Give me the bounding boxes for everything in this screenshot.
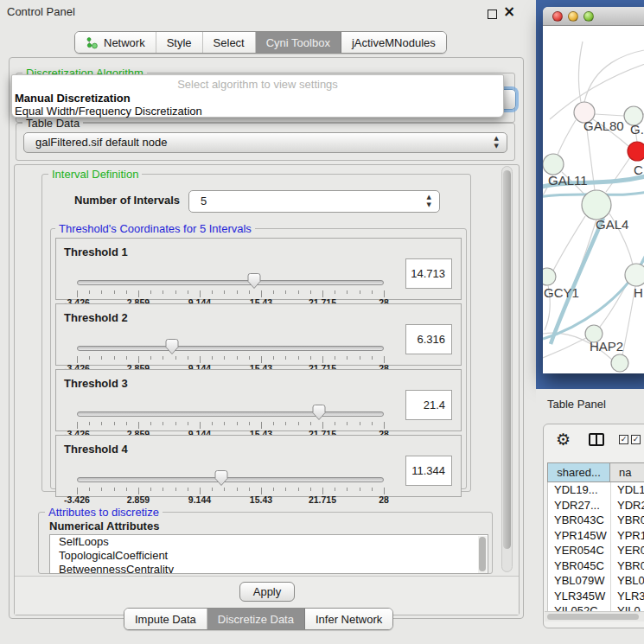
list-scrollbar-thumb[interactable]: [479, 537, 486, 571]
threshold-value-field[interactable]: 21.4: [405, 390, 452, 420]
table-row[interactable]: YDR27...YDR2: [548, 498, 644, 513]
tab-select[interactable]: Select: [203, 32, 256, 53]
cell-shared-name[interactable]: YPR145W: [548, 528, 611, 544]
gear-icon[interactable]: ⚙: [556, 430, 571, 448]
cell-shared-name[interactable]: YIL052C: [548, 603, 611, 611]
slider-thumb[interactable]: [246, 272, 262, 290]
tab-label: Network: [104, 36, 145, 49]
table-row[interactable]: YDL19...YDL1: [548, 482, 644, 498]
combo-stepper-icon[interactable]: ▲▼: [494, 135, 499, 150]
slider-tick: [261, 356, 262, 363]
slider-tick: [114, 422, 115, 425]
threshold-value-field[interactable]: 14.713: [405, 258, 452, 289]
column-header-name[interactable]: na: [610, 462, 644, 482]
cell-name[interactable]: YBR0: [611, 513, 644, 528]
close-traffic-light-icon[interactable]: [552, 11, 563, 22]
number-of-intervals-spinner[interactable]: 5 ▲▼: [188, 190, 440, 213]
tab-jactivemnodules[interactable]: jActiveMNodules: [341, 32, 446, 53]
network-edge: [578, 41, 583, 102]
cell-name[interactable]: YIL0: [611, 603, 641, 611]
cell-shared-name[interactable]: YBR045C: [548, 558, 611, 574]
network-node-c[interactable]: [628, 142, 644, 161]
cell-name[interactable]: YLR3: [611, 589, 644, 604]
tab-cyni-toolbox[interactable]: Cyni Toolbox: [256, 32, 341, 53]
slider-tick: [237, 290, 238, 294]
slider-tick: [322, 290, 323, 297]
threshold-label: Threshold 1: [64, 245, 128, 258]
table-row[interactable]: YBL079WYBL0: [548, 573, 644, 589]
horizontal-scrollbar-thumb[interactable]: [547, 614, 639, 620]
slider-tick: [261, 422, 262, 429]
slider-tick: [273, 422, 274, 425]
scrollbar-thumb[interactable]: [503, 170, 511, 549]
thresholds-group-title: Threshold's Coordinates for 5 Intervals: [55, 222, 255, 235]
dropdown-item-manual-discretization[interactable]: Manual Discretization: [15, 92, 131, 105]
slider-thumb[interactable]: [311, 404, 327, 421]
list-item-betweennesscentrality[interactable]: BetweennessCentrality: [50, 563, 488, 574]
list-item-topologicalcoefficient[interactable]: TopologicalCoefficient: [50, 549, 488, 563]
slider-track[interactable]: [77, 346, 384, 351]
tab-infer-network[interactable]: Infer Network: [305, 609, 392, 629]
close-icon[interactable]: ×: [503, 3, 515, 20]
cell-name[interactable]: YDL1: [611, 482, 644, 498]
cell-shared-name[interactable]: YBL079W: [548, 573, 611, 589]
slider-tick: [335, 488, 335, 491]
cell-name[interactable]: YBR0: [611, 558, 644, 574]
slider-tick-label: 28: [379, 494, 389, 505]
network-node-h[interactable]: [625, 264, 644, 286]
table-row[interactable]: YBR043CYBR0: [548, 513, 644, 528]
cell-name[interactable]: YBL0: [611, 573, 644, 589]
columns-icon[interactable]: [589, 433, 604, 446]
table-row[interactable]: YBR045CYBR0: [548, 558, 644, 574]
slider-track[interactable]: [77, 477, 384, 482]
table-row[interactable]: YLR345WYLR3: [548, 589, 644, 604]
threshold-panel-4: Threshold 4-3.4262.8599.14415.4321.71528…: [55, 435, 462, 497]
cell-shared-name[interactable]: YLR345W: [548, 589, 611, 604]
dropdown-item-equal-width-frequency[interactable]: Equal Width/Frequency Discretization: [15, 105, 202, 118]
zoom-traffic-light-icon[interactable]: [583, 11, 594, 22]
tab-impute-data[interactable]: Impute Data: [124, 609, 207, 629]
cell-name[interactable]: YER0: [611, 543, 644, 558]
tab-discretize-data[interactable]: Discretize Data: [207, 609, 305, 629]
checkbox-filter-icon-2[interactable]: ✓: [631, 435, 641, 444]
cell-shared-name[interactable]: YER054C: [548, 543, 611, 558]
threshold-value-field[interactable]: 11.344: [405, 456, 452, 486]
cell-shared-name[interactable]: YDL19...: [548, 482, 611, 498]
tab-network[interactable]: Network: [75, 32, 156, 53]
cell-name[interactable]: YDR2: [611, 498, 644, 513]
network-node-gal4[interactable]: [582, 190, 611, 220]
slider-track[interactable]: [77, 411, 384, 417]
vertical-scrollbar[interactable]: [501, 166, 513, 572]
network-node-gal11[interactable]: [543, 154, 564, 175]
table-row[interactable]: YIL052CYIL0: [548, 603, 644, 611]
slider-thumb[interactable]: [164, 338, 180, 355]
network-canvas[interactable]: GAL80G.CGAL11GAL4GCY1HHAP2: [543, 26, 644, 373]
float-window-icon[interactable]: [488, 10, 497, 19]
tab-style[interactable]: Style: [156, 32, 203, 53]
slider-tick: [384, 356, 385, 363]
node-label: GAL11: [548, 173, 588, 188]
checkbox-filter-icon[interactable]: ✓: [619, 435, 628, 444]
slider-tick: [372, 356, 373, 360]
minimize-traffic-light-icon[interactable]: [568, 11, 578, 22]
table-data-combobox[interactable]: galFiltered.sif default node ▲▼: [23, 132, 507, 153]
slider-track[interactable]: [77, 280, 384, 285]
slider-thumb[interactable]: [214, 469, 229, 487]
cell-name[interactable]: YPR1: [611, 528, 644, 544]
network-window-titlebar[interactable]: [543, 7, 644, 26]
network-node-gcy1[interactable]: [543, 268, 556, 285]
slider-tick: [212, 290, 213, 294]
cell-shared-name[interactable]: YDR27...: [548, 498, 611, 513]
threshold-value-field[interactable]: 6.316: [405, 324, 452, 354]
list-scrollbar[interactable]: [478, 536, 487, 574]
table-row[interactable]: YPR145WYPR1: [548, 528, 644, 544]
numerical-attributes-list[interactable]: SelfLoopsTopologicalCoefficientBetweenne…: [49, 534, 488, 574]
apply-button[interactable]: Apply: [239, 582, 295, 602]
table-row[interactable]: YER054CYER0: [548, 543, 644, 558]
horizontal-scrollbar[interactable]: [545, 611, 644, 622]
network-node[interactable]: [611, 354, 628, 372]
spinner-stepper-icon[interactable]: ▲▼: [427, 194, 431, 209]
column-header-shared-name[interactable]: shared...: [547, 462, 610, 482]
list-item-selfloops[interactable]: SelfLoops: [50, 535, 488, 549]
cell-shared-name[interactable]: YBR043C: [548, 513, 611, 528]
